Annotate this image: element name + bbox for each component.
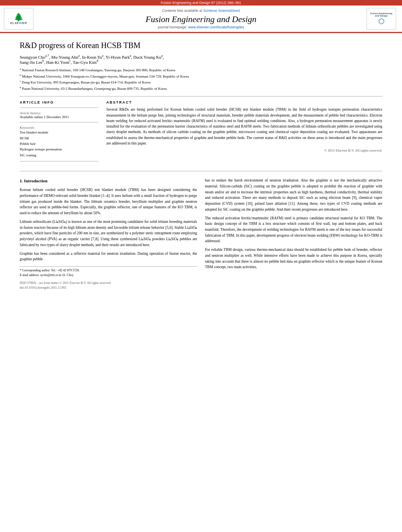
copyright-line2: doi:10.1016/j.fusengdes.2011.11.002 <box>20 285 197 290</box>
author-3: In-Keun Yua, <box>82 55 106 59</box>
keywords-list: Test blanket module HCSB Pebble bed Hydr… <box>20 130 98 158</box>
footnote-corresponding: * Corresponding author. Tel.: +82 42 879… <box>20 268 197 273</box>
keyword-5: SiC coating <box>20 152 98 158</box>
footnotes-area: * Corresponding author. Tel.: +82 42 879… <box>20 266 197 278</box>
body-para-1: Korean helium cooled solid breeder (HCSB… <box>20 187 197 216</box>
journal-citation: Fusion Engineering and Design 87 (2012) … <box>161 1 241 5</box>
info-divider-3 <box>20 161 98 161</box>
body-para-r2: The reduced activation ferritic/martensi… <box>205 215 383 245</box>
main-content: R&D progress of Korean HCSB TBM Seungyon… <box>0 33 402 298</box>
article-history-group: Article history: Available online 1 Dece… <box>20 111 98 119</box>
abstract-label: ABSTRACT <box>106 100 382 104</box>
keywords-group: Keywords: Test blanket module HCSB Pebbl… <box>20 126 98 158</box>
affiliations-block: a National Fusion Research Institute, 16… <box>20 67 382 91</box>
keywords-label: Keywords: <box>20 126 98 130</box>
article-info-abstract-section: ARTICLE INFO Article history: Available … <box>20 100 382 165</box>
article-info-label: ARTICLE INFO <box>20 100 98 104</box>
affiliation-d: d Pusan National University, 63-2 Busand… <box>20 85 382 92</box>
keyword-2: HCSB <box>20 135 98 141</box>
body-content: 1. Introduction Korean helium cooled sol… <box>20 178 382 290</box>
homepage-url[interactable]: www.elsevier.com/locate/fusengdes <box>188 25 244 29</box>
affiliation-a: a National Fusion Research Institute, 16… <box>20 67 382 73</box>
sciverse-link-text: Contents lists available at SciVerse Sci… <box>35 9 367 13</box>
journal-title-block: Contents lists available at SciVerse Sci… <box>35 9 367 29</box>
author-2: Mu-Young Ahna, <box>51 55 82 59</box>
body-para-3: Graphite has been considered as a reflec… <box>20 251 197 262</box>
right-journal-icon: ⬡ <box>378 17 385 26</box>
info-divider-2 <box>20 122 98 122</box>
article-info-column: ARTICLE INFO Article history: Available … <box>20 100 98 165</box>
homepage-link-text: journal homepage: www.elsevier.com/locat… <box>35 25 367 29</box>
right-journal-logo: Fusion Engineeringand Design ⬡ <box>367 8 398 30</box>
copyright-line1: 0920-3796/$ – see front matter © 2011 El… <box>20 281 197 285</box>
affiliation-b: b Mokpo National University, 1666 Youngs… <box>20 73 382 80</box>
journal-citation-bar: Fusion Engineering and Design 87 (2012) … <box>0 0 402 6</box>
elsevier-wordmark: ELSEVIER <box>10 22 27 24</box>
abstract-text: Several R&Ds are being performed for Kor… <box>106 107 382 146</box>
author-1: Seungyon Choa,*, <box>20 55 51 59</box>
sciverse-link[interactable]: SciVerse ScienceDirect <box>203 9 240 13</box>
authors-line: Seungyon Choa,*, Mu-Young Ahna, In-Keun … <box>20 54 382 65</box>
article-title: R&D progress of Korean HCSB TBM <box>20 41 382 50</box>
article-divider-1 <box>20 96 382 96</box>
body-para-2: Lithium orthosilicate (Li₄SiO₄) is known… <box>20 219 197 248</box>
history-value: Available online 1 December 2011 <box>20 115 98 119</box>
body-column-left: 1. Introduction Korean helium cooled sol… <box>20 178 197 290</box>
body-para-r3: For reliable TBM design, various thermo-… <box>205 247 383 270</box>
article-divider-2 <box>20 171 382 171</box>
abstract-copyright: © 2011 Elsevier B.V. All rights reserved… <box>106 148 382 152</box>
history-label: Article history: <box>20 111 98 115</box>
elsevier-tree-icon: 🌲 <box>14 13 24 21</box>
keyword-1: Test blanket module <box>20 130 98 135</box>
body-para-r1: has to endure the harsh environment of n… <box>205 178 383 212</box>
abstract-column: ABSTRACT Several R&Ds are being performe… <box>106 100 382 165</box>
body-column-right: has to endure the harsh environment of n… <box>205 178 383 290</box>
author-8: Tae-Gyu Kimd <box>73 60 98 65</box>
affiliation-c: c Dong-Eui University, 995 Eomgwangno, B… <box>20 79 382 85</box>
keyword-3: Pebble bed <box>20 141 98 146</box>
bottom-copyright: 0920-3796/$ – see front matter © 2011 El… <box>20 281 197 290</box>
journal-main-title: Fusion Engineering and Design <box>35 14 367 24</box>
section1-heading: 1. Introduction <box>20 178 197 184</box>
keyword-4: Hydrogen isotope permeation <box>20 146 98 152</box>
author-5: Duck Young Kua, <box>133 55 164 59</box>
journal-header: 🌲 ELSEVIER Contents lists available at S… <box>0 6 402 33</box>
footnote-email: E-mail address: sycho@nfri.re.kr (S. Cho… <box>20 273 197 278</box>
right-journal-title: Fusion Engineeringand Design <box>370 12 392 17</box>
author-4: Yi-Hyun Parka, <box>106 55 133 59</box>
author-6: Sang-Jin Leeb, <box>20 60 46 65</box>
info-divider <box>20 108 98 108</box>
elsevier-logo: 🌲 ELSEVIER <box>4 8 35 30</box>
author-7: Han-Ki Yoonc, <box>46 60 73 65</box>
